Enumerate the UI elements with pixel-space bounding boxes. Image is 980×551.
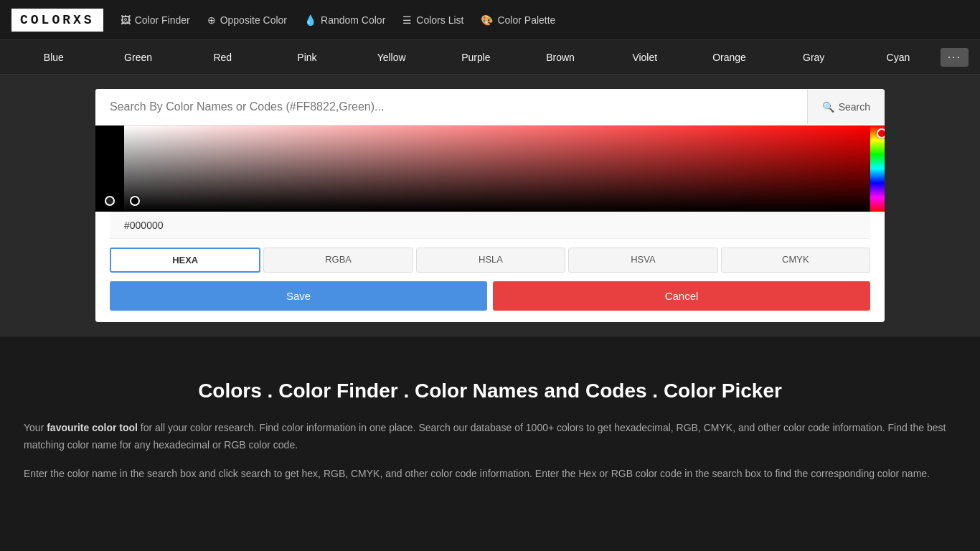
category-violet[interactable]: Violet [603, 42, 687, 73]
search-icon: 🔍 [822, 101, 834, 113]
search-button[interactable]: 🔍 Search [807, 90, 885, 124]
black-swatch-handle [105, 196, 115, 206]
category-orange[interactable]: Orange [687, 42, 772, 73]
footer-description-2: Enter the color name in the search box a… [24, 466, 956, 483]
color-palette-icon: 🎨 [481, 14, 493, 26]
hue-handle[interactable] [877, 128, 885, 138]
category-yellow[interactable]: Yellow [349, 42, 434, 73]
category-purple[interactable]: Purple [434, 42, 519, 73]
color-category-nav: Blue Green Red Pink Yellow Purple Brown … [0, 40, 980, 75]
category-gray[interactable]: Gray [771, 42, 856, 73]
hue-strip[interactable] [870, 126, 885, 212]
search-bar: 🔍 Search [95, 89, 885, 126]
top-navigation: COLORXS 🖼 Color Finder ⊕ Opposite Color … [0, 0, 980, 40]
random-color-icon: 💧 [304, 14, 316, 26]
random-color-link[interactable]: 💧 Random Color [304, 14, 385, 26]
category-cyan[interactable]: Cyan [856, 42, 941, 73]
nav-item-random-color[interactable]: 💧 Random Color [304, 14, 385, 26]
gradient-picker[interactable] [124, 126, 870, 212]
color-palette-label: Color Palette [497, 14, 555, 26]
more-categories-button[interactable]: ··· [941, 48, 969, 67]
save-button[interactable]: Save [110, 281, 487, 311]
color-finder-icon: 🖼 [121, 14, 131, 26]
main-area: 🔍 Search #000000 HEXA RGBA HSLA [0, 75, 980, 336]
tab-hsva[interactable]: HSVA [568, 248, 717, 273]
opposite-color-link[interactable]: ⊕ Opposite Color [207, 14, 287, 26]
format-tabs: HEXA RGBA HSLA HSVA CMYK [110, 248, 870, 273]
footer-content: Colors . Color Finder . Color Names and … [0, 336, 980, 522]
hex-display: #000000 [110, 212, 870, 239]
tab-rgba[interactable]: RGBA [263, 248, 413, 273]
picker-body [95, 126, 885, 212]
tab-hsla[interactable]: HSLA [416, 248, 565, 273]
category-red[interactable]: Red [180, 42, 265, 73]
category-pink[interactable]: Pink [265, 42, 349, 73]
search-button-label: Search [839, 101, 870, 113]
footer-description-1: Your favourite color tool for all your c… [24, 420, 956, 454]
colors-list-link[interactable]: ☰ Colors List [402, 14, 463, 26]
action-buttons: Save Cancel [110, 281, 870, 311]
opposite-color-icon: ⊕ [207, 14, 216, 26]
color-categories-list: Blue Green Red Pink Yellow Purple Brown … [11, 42, 941, 73]
colors-list-label: Colors List [416, 14, 463, 26]
footer-title: Colors . Color Finder . Color Names and … [22, 380, 958, 402]
picker-handle[interactable] [130, 196, 140, 206]
category-green[interactable]: Green [96, 42, 181, 73]
nav-item-opposite-color[interactable]: ⊕ Opposite Color [207, 14, 287, 26]
site-logo[interactable]: COLORXS [11, 9, 103, 32]
category-blue[interactable]: Blue [11, 42, 96, 73]
cancel-button[interactable]: Cancel [493, 281, 870, 311]
opposite-color-label: Opposite Color [220, 14, 287, 26]
tab-hexa[interactable]: HEXA [110, 248, 260, 273]
color-palette-link[interactable]: 🎨 Color Palette [481, 14, 555, 26]
tab-cmyk[interactable]: CMYK [721, 248, 870, 273]
search-input[interactable] [95, 89, 807, 125]
black-swatch[interactable] [95, 126, 124, 212]
nav-item-color-palette[interactable]: 🎨 Color Palette [481, 14, 555, 26]
color-picker-widget: 🔍 Search #000000 HEXA RGBA HSLA [95, 89, 885, 322]
nav-links-list: 🖼 Color Finder ⊕ Opposite Color 💧 Random… [121, 14, 556, 26]
color-finder-label: Color Finder [135, 14, 190, 26]
nav-item-color-finder[interactable]: 🖼 Color Finder [121, 14, 190, 26]
nav-item-colors-list[interactable]: ☰ Colors List [402, 14, 463, 26]
color-finder-link[interactable]: 🖼 Color Finder [121, 14, 190, 26]
category-brown[interactable]: Brown [518, 42, 603, 73]
colors-list-icon: ☰ [402, 14, 412, 26]
random-color-label: Random Color [321, 14, 385, 26]
